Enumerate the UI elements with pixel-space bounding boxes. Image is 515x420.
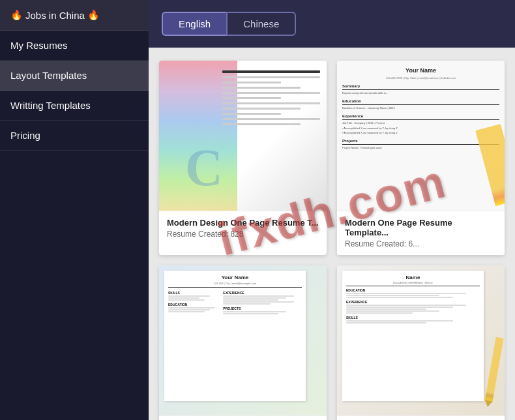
- paper-name-4: Name: [346, 275, 480, 280]
- fire-right-icon: 🔥: [87, 9, 100, 21]
- template-card-3[interactable]: Your Name 123-456 | City | email@example…: [159, 265, 327, 420]
- education-text: Bachelor of Science - University Name | …: [342, 106, 499, 110]
- paper-name-3: Your Name: [168, 275, 302, 280]
- paper-line: [223, 297, 286, 299]
- decorative-letter: C: [185, 138, 223, 198]
- sidebar-item-writting-templates[interactable]: Writting Templates: [0, 91, 149, 121]
- paper-section-edu-4: EDUCATION: [346, 288, 480, 292]
- resume-paper-3: Your Name 123-456 | City | email@example…: [164, 271, 306, 401]
- resume-contact: 123-456-7890 | City, State | email@email…: [342, 76, 499, 80]
- template-info-4: [337, 415, 505, 420]
- language-toggle-bar: English Chinese: [149, 0, 515, 48]
- sidebar: 🔥 Jobs in China 🔥 My Resumes Layout Temp…: [0, 0, 149, 420]
- line: [222, 123, 301, 125]
- paper-section-experience: Experience: [223, 291, 302, 295]
- paper-contact-3: 123-456 | City | email@example.com: [168, 282, 302, 285]
- paper-line: [346, 307, 453, 308]
- line: [222, 76, 320, 78]
- paper-line: [168, 297, 199, 299]
- paper-line: [168, 295, 210, 297]
- paper-line: [346, 322, 426, 323]
- sidebar-item-my-resumes[interactable]: My Resumes: [0, 31, 149, 61]
- paper-line: [168, 309, 210, 310]
- paper-line: [223, 303, 270, 305]
- template-info-3: [159, 415, 327, 420]
- templates-grid: C Modern Design One Page Resume T...: [149, 48, 515, 420]
- resume-section-projects: Projects: [342, 138, 499, 145]
- fire-left-icon: 🔥: [10, 9, 23, 21]
- template-card-2[interactable]: Your Name 123-456-7890 | City, State | e…: [337, 61, 505, 255]
- template-preview-4: Name EDUCATION | EXPERIENCE | SKILLS EDU…: [337, 265, 505, 415]
- template-preview-3: Your Name 123-456 | City | email@example…: [159, 265, 327, 415]
- sidebar-item-jobs-in-china[interactable]: 🔥 Jobs in China 🔥: [0, 0, 149, 31]
- paper-line: [346, 310, 439, 312]
- paper-line: [346, 293, 466, 294]
- paper-line: [346, 297, 453, 298]
- template-card-1[interactable]: C Modern Design One Page Resume T...: [159, 61, 327, 255]
- experience-text-1: Job Title - Company | 2018 - Present: [342, 121, 499, 125]
- resume-paper-4: Name EDUCATION | EXPERIENCE | SKILLS EDU…: [342, 271, 484, 401]
- paper-line: [346, 320, 453, 322]
- paper-line: [168, 311, 205, 312]
- paper-line: [223, 299, 278, 301]
- template-title-2: Modern One Page Resume Template...: [345, 218, 497, 237]
- template-preview-2: Your Name 123-456-7890 | City, State | e…: [337, 61, 505, 211]
- paper-divider-4: [346, 286, 480, 286]
- paper-line: [168, 299, 205, 301]
- sidebar-item-layout-templates[interactable]: Layout Templates: [0, 61, 149, 91]
- paper-line: [346, 312, 413, 314]
- chinese-button[interactable]: Chinese: [227, 12, 296, 36]
- template-info-1: Modern Design One Page Resume T... Resum…: [159, 211, 327, 245]
- paper-section-skills-4: SKILLS: [346, 316, 480, 320]
- line: [222, 118, 320, 120]
- paper-left-col: Skills Education: [168, 289, 220, 315]
- pencil-decoration-4: [484, 337, 503, 403]
- resume-section-summary: Summary: [342, 83, 499, 91]
- template-info-2: Modern One Page Resume Template... Resum…: [337, 211, 505, 255]
- paper-line: [346, 305, 466, 306]
- sidebar-item-pricing[interactable]: Pricing: [0, 121, 149, 151]
- resume-name: Your Name: [342, 66, 499, 75]
- paper-section-education: Education: [168, 303, 220, 307]
- paper-section-projects-3: Projects: [223, 307, 302, 310]
- template-card-4[interactable]: Name EDUCATION | EXPERIENCE | SKILLS EDU…: [337, 265, 505, 420]
- paper-right-col: Experience Projects: [223, 289, 302, 315]
- paper-divider-3: [168, 287, 302, 288]
- line: [222, 92, 320, 94]
- resume-section-education: Education: [342, 98, 499, 106]
- template-preview-1: C: [159, 61, 327, 211]
- line: [222, 82, 281, 83]
- paper-section-exp-4: EXPERIENCE: [346, 300, 480, 304]
- paper-line: [223, 295, 293, 297]
- summary-text: Experienced professional with skills in.…: [342, 91, 499, 95]
- paper-line: [168, 307, 215, 308]
- line: [222, 70, 320, 73]
- sidebar-item-layout-templates-label: Layout Templates: [10, 70, 87, 81]
- line: [222, 102, 320, 104]
- line: [222, 108, 301, 110]
- paper-line: [223, 311, 286, 312]
- line: [222, 113, 281, 115]
- template-count-2: Resume Created: 6...: [345, 239, 497, 248]
- template-title-1: Modern Design One Page Resume T...: [167, 218, 319, 228]
- projects-text: Project Name | Technologies used: [342, 146, 499, 150]
- paper-line: [346, 295, 439, 296]
- main-content: English Chinese C: [149, 0, 515, 420]
- sidebar-item-writting-templates-label: Writting Templates: [10, 100, 91, 111]
- paper-line: [223, 313, 278, 314]
- paper-line: [223, 301, 293, 303]
- line: [222, 87, 301, 89]
- paper-section-skills: Skills: [168, 291, 220, 295]
- resume-lines-1: [222, 70, 320, 128]
- paper-contact-4: EDUCATION | EXPERIENCE | SKILLS: [346, 282, 480, 284]
- template-count-1: Resume Created: 828: [167, 230, 319, 239]
- resume-section-experience: Experience: [342, 113, 499, 121]
- sidebar-item-my-resumes-label: My Resumes: [10, 40, 68, 51]
- paper-two-col: Skills Education Experience: [168, 289, 302, 315]
- resume-preview-content-2: Your Name 123-456-7890 | City, State | e…: [342, 66, 499, 151]
- pencil-decoration: [475, 124, 505, 206]
- sidebar-item-pricing-label: Pricing: [10, 130, 40, 141]
- line: [222, 97, 281, 99]
- paper-line: [346, 308, 426, 310]
- english-button[interactable]: English: [162, 12, 227, 36]
